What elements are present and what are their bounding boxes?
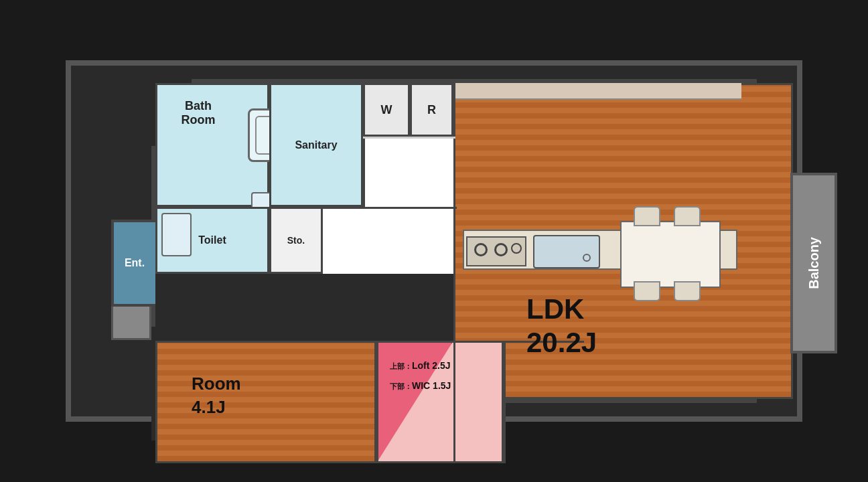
balcony: Balcony xyxy=(790,173,837,353)
stove-burner-2 xyxy=(494,243,508,256)
divider-h2 xyxy=(269,207,457,209)
loft-kanji: 上部： xyxy=(390,362,412,370)
divider-v2 xyxy=(363,83,365,207)
washer-label: W xyxy=(381,103,392,117)
storage-room: Sto. xyxy=(269,207,323,274)
wic-label: 下部：WIC 1.5J xyxy=(390,380,451,392)
refrigerator-box: R xyxy=(410,83,453,137)
bathroom-label: BathRoom xyxy=(165,99,232,127)
ldk-size: 20.2J xyxy=(526,327,597,359)
divider-v3 xyxy=(410,83,412,137)
bedroom-label: Room xyxy=(192,374,241,394)
entrance-room: Ent. xyxy=(111,220,158,307)
toilet-label: Toilet xyxy=(198,234,226,246)
divider-v4 xyxy=(376,341,378,463)
chair-top-2 xyxy=(674,206,701,226)
stove-burner-3 xyxy=(511,243,522,254)
storage-label: Sto. xyxy=(287,235,305,246)
kitchen-island xyxy=(620,221,721,288)
ldk-label: LDK xyxy=(526,293,584,325)
balcony-label: Balcony xyxy=(806,237,822,289)
entrance-label: Ent. xyxy=(125,257,145,269)
stove-burner-1 xyxy=(474,243,488,256)
chair-bottom-1 xyxy=(634,281,660,301)
divider-v1 xyxy=(269,83,271,274)
floor-plan: Ent. BathRoom Sanitary W R Toilet Sto. xyxy=(66,60,802,422)
washer-box: W xyxy=(363,83,410,137)
bedroom-size: 4.1J xyxy=(192,397,226,418)
refrigerator-label: R xyxy=(427,103,436,117)
wic-kanji: 下部： xyxy=(390,382,412,390)
kitchen-sink xyxy=(533,235,600,268)
divider-h3 xyxy=(155,341,584,343)
bedroom xyxy=(155,341,376,463)
ceiling-strip xyxy=(453,83,741,100)
stove xyxy=(466,236,526,266)
sanitary-room: Sanitary xyxy=(269,83,363,207)
chair-top-1 xyxy=(634,206,660,226)
divider-v5 xyxy=(453,83,455,463)
divider-v6 xyxy=(504,341,506,463)
chair-bottom-2 xyxy=(674,281,701,301)
hallway xyxy=(155,274,463,341)
sanitary-label: Sanitary xyxy=(295,139,337,151)
sink-drain xyxy=(583,254,591,262)
divider-h4 xyxy=(363,137,455,139)
loft-label: 上部：Loft 2.5J xyxy=(390,360,451,372)
toilet-fixture xyxy=(161,213,192,256)
